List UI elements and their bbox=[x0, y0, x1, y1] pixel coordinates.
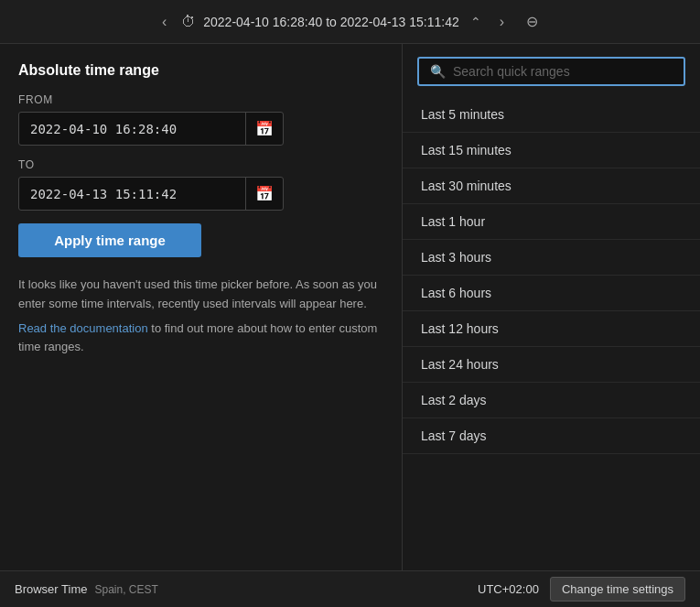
quick-range-item[interactable]: Last 7 days bbox=[403, 418, 700, 454]
nav-next-button[interactable]: › bbox=[492, 10, 512, 34]
bottom-right: UTC+02:00 Change time settings bbox=[478, 577, 685, 602]
quick-range-item[interactable]: Last 2 days bbox=[403, 383, 700, 418]
quick-range-item[interactable]: Last 5 minutes bbox=[403, 97, 700, 133]
section-title: Absolute time range bbox=[18, 62, 383, 79]
nav-prev-button[interactable]: ‹ bbox=[155, 10, 174, 34]
quick-range-item[interactable]: Last 12 hours bbox=[403, 311, 700, 347]
apply-time-range-button[interactable]: Apply time range bbox=[18, 223, 201, 257]
clock-icon: ⏱ bbox=[181, 14, 196, 30]
from-calendar-button[interactable]: 📅 bbox=[245, 113, 283, 145]
quick-range-item[interactable]: Last 6 hours bbox=[403, 276, 700, 311]
hint-paragraph: It looks like you haven't used this time… bbox=[18, 276, 383, 314]
from-input[interactable] bbox=[19, 114, 245, 144]
from-label: From bbox=[18, 93, 383, 106]
quick-range-item[interactable]: Last 1 hour bbox=[403, 204, 700, 240]
read-documentation-link[interactable]: Read the documentation bbox=[18, 321, 148, 335]
time-range-text: 2022-04-10 16:28:40 to 2022-04-13 15:11:… bbox=[203, 15, 458, 29]
zoom-out-button[interactable]: ⊖ bbox=[519, 9, 545, 34]
to-calendar-button[interactable]: 📅 bbox=[245, 178, 283, 210]
search-box: 🔍 bbox=[417, 57, 685, 86]
right-panel: 🔍 Last 5 minutesLast 15 minutesLast 30 m… bbox=[403, 44, 700, 570]
quick-range-item[interactable]: Last 15 minutes bbox=[403, 133, 700, 168]
browser-time-label: Browser Time bbox=[15, 582, 87, 596]
from-input-wrapper: 📅 bbox=[18, 112, 284, 146]
search-wrapper: 🔍 bbox=[403, 57, 700, 97]
hint-text-1: It looks like you haven't used this time… bbox=[18, 277, 377, 310]
time-range-title: ⏱ 2022-04-10 16:28:40 to 2022-04-13 15:1… bbox=[181, 11, 484, 33]
quick-range-item[interactable]: Last 3 hours bbox=[403, 240, 700, 276]
browser-time: Browser Time Spain, CEST bbox=[15, 582, 158, 596]
search-icon: 🔍 bbox=[430, 64, 446, 79]
change-time-settings-button[interactable]: Change time settings bbox=[550, 577, 685, 602]
search-quick-ranges-input[interactable] bbox=[453, 64, 673, 79]
to-label: To bbox=[18, 158, 383, 171]
quick-ranges-list: Last 5 minutesLast 15 minutesLast 30 min… bbox=[403, 97, 700, 570]
top-bar: ‹ ⏱ 2022-04-10 16:28:40 to 2022-04-13 15… bbox=[0, 0, 700, 44]
quick-range-item[interactable]: Last 24 hours bbox=[403, 347, 700, 383]
main-content: Absolute time range From 📅 To 📅 Apply ti… bbox=[0, 44, 700, 570]
to-input-wrapper: 📅 bbox=[18, 177, 284, 211]
chevron-up-button[interactable]: ⌃ bbox=[467, 11, 485, 33]
browser-time-sub: Spain, CEST bbox=[94, 583, 157, 596]
to-input[interactable] bbox=[19, 179, 245, 209]
bottom-bar: Browser Time Spain, CEST UTC+02:00 Chang… bbox=[0, 570, 700, 607]
hint-doc-line: Read the documentation to find out more … bbox=[18, 320, 383, 358]
quick-range-item[interactable]: Last 30 minutes bbox=[403, 168, 700, 204]
utc-offset: UTC+02:00 bbox=[478, 582, 539, 596]
left-panel: Absolute time range From 📅 To 📅 Apply ti… bbox=[0, 44, 403, 570]
